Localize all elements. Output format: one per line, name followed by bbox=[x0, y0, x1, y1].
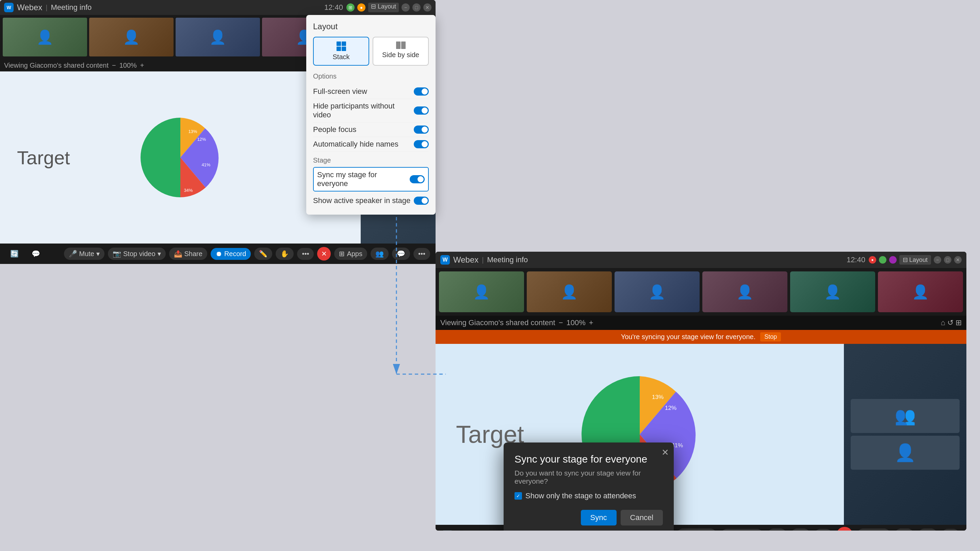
thumbnail-3[interactable]: 👤 bbox=[176, 18, 260, 56]
option-hide-names: Automatically hide names bbox=[313, 137, 429, 152]
layout-button[interactable]: ⊟ Layout bbox=[368, 3, 399, 12]
large-record-dot: ● bbox=[869, 256, 876, 264]
large-annotate-button[interactable]: ✏️ bbox=[767, 529, 787, 530]
stack-icon bbox=[337, 41, 346, 51]
small-more-button[interactable]: ••• bbox=[297, 248, 314, 260]
active-speaker-label: Show active speaker in stage bbox=[313, 196, 410, 205]
modal-checkbox[interactable]: ✓ bbox=[514, 492, 522, 500]
small-record-button[interactable]: ⏺ Record bbox=[211, 248, 251, 260]
large-video-panel: 👥 👤 bbox=[844, 344, 966, 525]
large-chat-toggle[interactable]: 💬 ▾ bbox=[457, 530, 473, 530]
small-zoom-level: 100% bbox=[119, 62, 137, 69]
large-content-area: Target 12% 41% 34% 13% ✕ Sync your stage… bbox=[436, 344, 966, 525]
small-apps-button[interactable]: ⊞ Apps bbox=[334, 248, 367, 260]
small-end-call-button[interactable]: ✕ bbox=[317, 247, 331, 260]
modal-checkbox-row: ✓ Show only the stage to attendees bbox=[514, 491, 663, 500]
hide-participants-toggle[interactable] bbox=[414, 106, 429, 114]
svg-text:13%: 13% bbox=[188, 129, 197, 134]
fullscreen-toggle[interactable] bbox=[414, 87, 429, 95]
large-titlebar: W Webex | Meeting info 12:40 ● ⊟ Layout … bbox=[436, 252, 966, 268]
sidebyside-label: Side by side bbox=[382, 51, 419, 59]
sync-stage-label: Sync my stage for everyone bbox=[317, 170, 410, 188]
small-extra-button[interactable]: ••• bbox=[414, 248, 430, 260]
small-share-button[interactable]: 📤 Share bbox=[169, 248, 207, 260]
large-end-call-button[interactable]: ✕ bbox=[837, 527, 853, 530]
small-zoom-plus[interactable]: + bbox=[140, 62, 144, 69]
modal-cancel-button[interactable]: Cancel bbox=[620, 510, 663, 526]
large-thumb-4[interactable]: 👤 bbox=[702, 272, 788, 312]
layout-stack-option[interactable]: Stack bbox=[313, 37, 369, 66]
small-mute-button[interactable]: 🎤 Mute ▾ bbox=[64, 248, 105, 260]
small-meeting-info[interactable]: Meeting info bbox=[51, 3, 92, 12]
large-zoom-plus[interactable]: + bbox=[589, 318, 593, 327]
large-more-button[interactable]: ••• bbox=[814, 529, 832, 531]
modal-description: Do you want to sync your stage view for … bbox=[514, 469, 663, 485]
sync-modal: ✕ Sync your stage for everyone Do you wa… bbox=[504, 443, 674, 530]
sync-banner: You're syncing your stage view for every… bbox=[436, 330, 966, 344]
large-record-button[interactable]: ⏺ Record bbox=[721, 529, 763, 531]
active-speaker-toggle[interactable] bbox=[414, 197, 429, 205]
large-thumb-6[interactable]: 👤 bbox=[878, 272, 963, 312]
record-indicator: ● bbox=[357, 3, 366, 11]
large-share-button[interactable]: 📤 Share bbox=[676, 529, 717, 530]
layout-sidebyside-option[interactable]: Side by side bbox=[372, 37, 429, 66]
sync-banner-text: You're syncing your stage view for every… bbox=[621, 333, 756, 341]
large-thumb-1[interactable]: 👤 bbox=[439, 272, 524, 312]
large-thumb-2[interactable]: 👤 bbox=[527, 272, 612, 312]
large-meeting-info[interactable]: Meeting info bbox=[487, 256, 528, 264]
thumbnail-2[interactable]: 👤 bbox=[89, 18, 173, 56]
large-close[interactable]: ✕ bbox=[954, 256, 962, 264]
large-app-title: Webex bbox=[453, 255, 479, 265]
people-focus-toggle[interactable] bbox=[414, 125, 429, 134]
modal-title: Sync your stage for everyone bbox=[514, 453, 663, 465]
options-section-title: Options bbox=[313, 73, 429, 80]
option-people-focus: People focus bbox=[313, 122, 429, 137]
title-separator: | bbox=[46, 4, 47, 11]
small-chat-button[interactable]: 💬 bbox=[392, 248, 410, 260]
modal-close-button[interactable]: ✕ bbox=[662, 447, 669, 458]
small-slide-label: Target bbox=[17, 147, 70, 169]
large-minimize[interactable]: − bbox=[934, 256, 941, 264]
large-time: 12:40 bbox=[846, 256, 865, 264]
large-thumbnails-bar: 👤 👤 👤 👤 👤 👤 bbox=[436, 268, 966, 316]
large-viewing-label: Viewing Giacomo's shared content bbox=[440, 318, 555, 327]
small-toolbar-reactions[interactable]: 💬 bbox=[27, 248, 45, 260]
large-chat-button[interactable]: 💬 bbox=[918, 529, 937, 530]
large-webex-icon: W bbox=[440, 255, 450, 265]
large-zoom-minus[interactable]: − bbox=[559, 318, 563, 327]
small-raise-hand-button[interactable]: ✋ bbox=[275, 248, 294, 260]
option-hide-names-label: Automatically hide names bbox=[313, 140, 398, 149]
close-button[interactable]: ✕ bbox=[423, 3, 431, 11]
small-stop-video-button[interactable]: 📷 Stop video ▾ bbox=[108, 248, 166, 260]
webex-icon: W bbox=[4, 3, 14, 12]
large-thumb-5[interactable]: 👤 bbox=[790, 272, 875, 312]
large-raise-hand-button[interactable]: ✋ bbox=[791, 529, 810, 530]
small-toolbar: 🔄 💬 🎤 Mute ▾ 📷 Stop video ▾ 📤 Share ⏺ Re… bbox=[0, 243, 436, 264]
large-refresh-button[interactable]: 🔄 bbox=[442, 530, 453, 530]
small-zoom-minus[interactable]: − bbox=[112, 62, 116, 69]
thumbnail-1[interactable]: 👤 bbox=[3, 18, 87, 56]
large-layout-button[interactable]: ⊟ Layout bbox=[899, 255, 931, 265]
hide-names-toggle[interactable] bbox=[414, 140, 429, 148]
option-hide-participants-label: Hide participants without video bbox=[313, 102, 414, 119]
large-purple-dot bbox=[889, 256, 897, 264]
large-apps-button[interactable]: ⊞ Apps bbox=[857, 529, 891, 530]
large-participants-button[interactable]: 👥 bbox=[894, 529, 914, 530]
small-toolbar-chat[interactable]: 🔄 bbox=[5, 248, 24, 260]
small-window-controls: ⊞ ● ⊟ Layout − □ ✕ bbox=[347, 3, 431, 12]
maximize-button[interactable]: □ bbox=[412, 3, 421, 11]
large-extra-button[interactable]: ••• bbox=[942, 529, 959, 531]
fullscreen-button[interactable]: ⊞ bbox=[347, 3, 355, 11]
minimize-button[interactable]: − bbox=[401, 3, 410, 11]
sync-stop-button[interactable]: Stop bbox=[760, 332, 781, 341]
small-participants-button[interactable]: 👥 bbox=[371, 248, 388, 260]
large-green-dot bbox=[879, 256, 886, 264]
large-maximize[interactable]: □ bbox=[944, 256, 951, 264]
small-annotate-button[interactable]: ✏️ bbox=[254, 248, 272, 260]
sync-stage-option: Sync my stage for everyone bbox=[313, 167, 429, 192]
sync-stage-toggle[interactable] bbox=[410, 175, 425, 183]
modal-buttons: Sync Cancel bbox=[514, 510, 663, 526]
large-thumb-3[interactable]: 👤 bbox=[614, 272, 700, 312]
modal-sync-button[interactable]: Sync bbox=[581, 510, 617, 526]
small-app-title: Webex bbox=[17, 3, 42, 12]
